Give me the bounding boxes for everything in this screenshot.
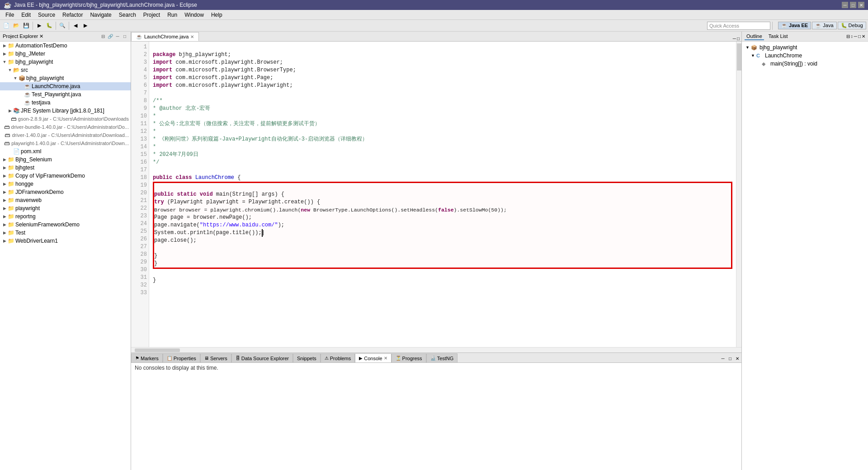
outline-collapse-icon[interactable]: ⊟ (846, 34, 850, 39)
menu-window[interactable]: Window (181, 11, 208, 19)
tab-progress[interactable]: ⏳ Progress (392, 353, 426, 362)
tree-item-testjava[interactable]: ☕ testjava (0, 99, 131, 107)
toggle-jdframework[interactable]: ▶ (2, 190, 7, 194)
tab-servers[interactable]: 🖥 Servers (200, 353, 231, 362)
back-button[interactable]: ◀ (71, 21, 80, 30)
tab-console[interactable]: ▶ Console ✕ (355, 353, 391, 362)
menu-source[interactable]: Source (34, 11, 59, 19)
tree-item-automationtestdemo[interactable]: ▶ 📁 AutomationTestDemo (0, 42, 131, 50)
tree-item-hongge[interactable]: ▶ 📁 hongge (0, 180, 131, 188)
forward-button[interactable]: ▶ (81, 21, 90, 30)
perspective-javaee[interactable]: ☕ Java EE (778, 22, 811, 29)
close-button[interactable]: ✕ (858, 2, 864, 8)
code-area[interactable]: package bjhg_playwright; import com.micr… (149, 42, 736, 347)
bottom-maximize-icon[interactable]: □ (727, 355, 733, 362)
toggle-bjhg-playwright[interactable]: ▼ (2, 60, 7, 64)
editor-tab-launchchrome[interactable]: ☕ LaunchChrome.java ✕ (131, 32, 199, 41)
open-button[interactable]: 📂 (12, 21, 21, 30)
quick-access-box[interactable]: Quick Access (707, 22, 770, 30)
search-button[interactable]: 🔍 (58, 21, 67, 30)
toggle-hongge[interactable]: ▶ (2, 182, 7, 186)
tree-item-bjhg-playwright[interactable]: ▼ 📁 bjhg_playwright (0, 58, 131, 66)
outline-sort-icon[interactable]: ↕ (851, 34, 853, 39)
tree-item-bjhgtest[interactable]: ▶ 📁 bjhgtest (0, 164, 131, 172)
editor-tab-close[interactable]: ✕ (190, 34, 194, 39)
tree-item-test-playwright[interactable]: ☕ Test_Playwright.java (0, 90, 131, 99)
toggle-vipframework[interactable]: ▶ (2, 174, 7, 178)
editor-maximize-icon[interactable]: □ (737, 36, 740, 41)
outline-toggle-class[interactable]: ▼ (751, 53, 756, 58)
editor-scroll-right[interactable] (736, 42, 741, 347)
menu-search[interactable]: Search (115, 11, 140, 19)
menu-project[interactable]: Project (140, 11, 164, 19)
toggle-pkg[interactable]: ▼ (13, 76, 18, 80)
debug-button[interactable]: 🐛 (45, 21, 54, 30)
tree-item-mavenweb[interactable]: ▶ 📁 mavenweb (0, 196, 131, 204)
title-bar-controls[interactable]: ─ □ ✕ (842, 2, 864, 8)
tree-item-reportng[interactable]: ▶ 📁 reportng (0, 212, 131, 221)
minimize-panel-icon[interactable]: ─ (114, 33, 121, 40)
perspective-debug[interactable]: 🐛 Debug (838, 22, 866, 29)
tab-problems[interactable]: ⚠ Problems (321, 353, 355, 362)
tree-item-driver[interactable]: 🗃 driver-1.40.0.jar - C:\Users\Administr… (0, 131, 131, 139)
h-scroll-thumb[interactable] (135, 348, 180, 352)
toggle-test[interactable]: ▶ (2, 230, 7, 235)
tree-item-bjhg-selenium[interactable]: ▶ 📁 Bjhg_Selenium (0, 155, 131, 164)
menu-run[interactable]: Run (164, 11, 181, 19)
tree-item-playwright-jar[interactable]: 🗃 playwright-1.40.0.jar - C:\Users\Admin… (0, 139, 131, 147)
save-button[interactable]: 💾 (22, 21, 31, 30)
toggle-webdriverlearn[interactable]: ▶ (2, 239, 7, 243)
tree-item-src[interactable]: ▼ 📂 src (0, 66, 131, 74)
toggle-automationtestdemo[interactable]: ▶ (2, 43, 7, 48)
maximize-button[interactable]: □ (850, 2, 856, 8)
toggle-bjhg-jmeter[interactable]: ▶ (2, 52, 7, 56)
bottom-minimize-icon[interactable]: ─ (720, 355, 726, 362)
outline-minimize-icon[interactable]: ─ (854, 34, 857, 39)
tree-item-gson[interactable]: 🗃 gson-2.8.9.jar - C:\Users\Administrato… (0, 115, 131, 123)
outline-toggle-package[interactable]: ▼ (745, 45, 751, 50)
toggle-src[interactable]: ▼ (7, 68, 13, 72)
collapse-all-icon[interactable]: ⊟ (100, 33, 106, 40)
tab-outline[interactable]: Outline (745, 33, 764, 40)
minimize-button[interactable]: ─ (842, 2, 848, 8)
outline-item-package[interactable]: ▼ 📦 bjhg_playwright (744, 43, 866, 52)
tab-tasklist[interactable]: Task List (767, 33, 790, 40)
menu-file[interactable]: File (2, 11, 18, 19)
tab-markers[interactable]: ⚑ Markers (131, 353, 163, 362)
tree-item-pom[interactable]: 📄 pom.xml (0, 147, 131, 155)
link-editor-icon[interactable]: 🔗 (107, 33, 113, 40)
maximize-panel-icon[interactable]: □ (122, 33, 128, 40)
toggle-bjhgtest[interactable]: ▶ (2, 165, 7, 170)
toggle-bjhg-selenium[interactable]: ▶ (2, 157, 7, 162)
menu-edit[interactable]: Edit (18, 11, 34, 19)
toggle-reportng[interactable]: ▶ (2, 214, 7, 219)
outline-close-icon[interactable]: ✕ (862, 34, 865, 39)
outline-btns[interactable]: ⊟ ↕ ─ □ ✕ (846, 34, 865, 39)
tree-item-bjhg-jmeter[interactable]: ▶ 📁 bjhg_JMeter (0, 50, 131, 58)
panel-header-btns[interactable]: ⊟ 🔗 ─ □ (100, 33, 128, 40)
toggle-playwright[interactable]: ▶ (2, 206, 7, 211)
tab-snippets[interactable]: Snippets (293, 353, 321, 362)
tree-item-launchchrome[interactable]: ☕ LaunchChrome.java (0, 82, 131, 90)
tree-item-jdframework[interactable]: ▶ 📁 JDFrameworkDemo (0, 188, 131, 196)
outline-item-main[interactable]: ◆ main(String[]) : void (744, 60, 866, 68)
toggle-seleniumframework[interactable]: ▶ (2, 222, 7, 227)
tree-item-playwright[interactable]: ▶ 📁 playwright (0, 204, 131, 212)
toggle-jre[interactable]: ▶ (7, 108, 13, 113)
new-button[interactable]: 📄 (2, 21, 11, 30)
menu-refactor[interactable]: Refactor (59, 11, 86, 19)
tree-item-driver-bundle[interactable]: 🗃 driver-bundle-1.40.0.jar - C:\Users\Ad… (0, 123, 131, 131)
toggle-mavenweb[interactable]: ▶ (2, 198, 7, 202)
tree-item-seleniumframework[interactable]: ▶ 📁 SeleniumFrameworkDemo (0, 221, 131, 229)
editor-minimize-icon[interactable]: ─ (733, 36, 736, 41)
tab-testng[interactable]: 🔬 TestNG (426, 353, 458, 362)
outline-maximize-icon[interactable]: □ (858, 34, 861, 39)
scroll-thumb[interactable] (737, 43, 741, 70)
editor-scrollbar-horizontal[interactable] (131, 347, 741, 352)
tree-item-bjhg-playwright-pkg[interactable]: ▼ 📦 bjhg_playwright (0, 74, 131, 82)
run-button[interactable]: ▶ (35, 21, 44, 30)
tree-item-test[interactable]: ▶ 📁 Test (0, 229, 131, 237)
console-close-icon[interactable]: ✕ (384, 356, 387, 361)
bottom-close-icon[interactable]: ✕ (734, 355, 741, 362)
tree-item-vipframework[interactable]: ▶ 📁 Copy of VipFrameworkDemo (0, 172, 131, 180)
